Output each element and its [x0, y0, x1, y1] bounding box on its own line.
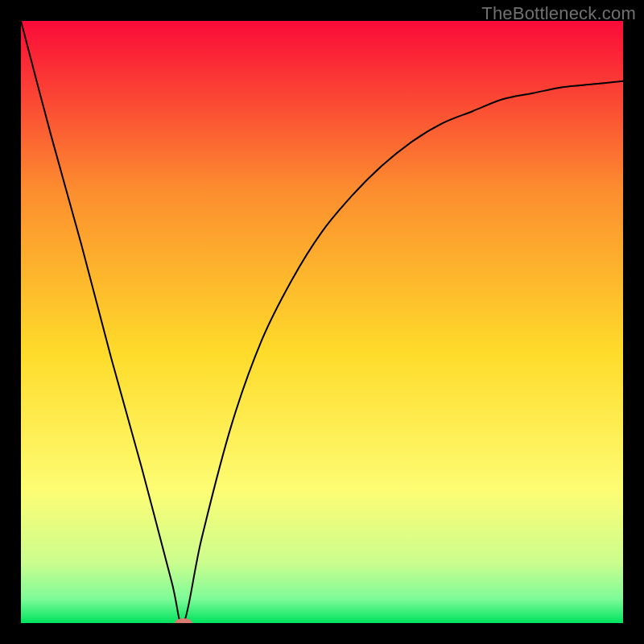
chart-svg	[21, 21, 623, 623]
watermark-text: TheBottleneck.com	[481, 3, 636, 24]
chart-frame: TheBottleneck.com	[0, 0, 644, 644]
gradient-background	[21, 21, 623, 623]
plot-area	[21, 21, 623, 623]
